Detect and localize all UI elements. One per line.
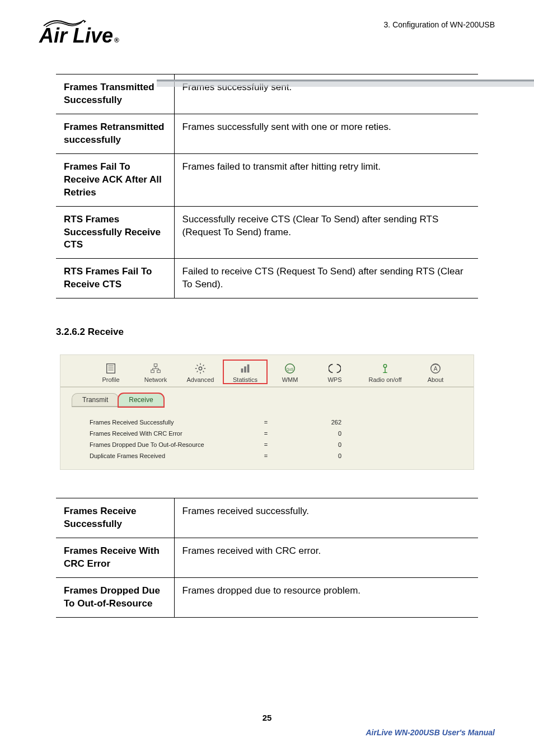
svg-rect-6 (154, 364, 157, 367)
toolbar-label: Advanced (187, 376, 214, 383)
section-heading: 3.2.6.2 Receive (56, 326, 478, 338)
radio-icon (379, 362, 391, 375)
network-icon (149, 362, 162, 375)
svg-text:QoS: QoS (287, 367, 294, 372)
toolbar-label: Network (144, 376, 167, 383)
equals-sign: = (257, 417, 274, 428)
toolbar-radio[interactable]: Radio on/off (357, 360, 413, 384)
transmit-description-table: Frames Transmitted Successfully Frames s… (56, 74, 478, 298)
stats-value: 0 (274, 428, 341, 440)
wps-icon (329, 362, 341, 375)
term-cell: RTS Frames Fail To Receive CTS (56, 259, 174, 298)
page-header: Air Live® 3. Configuration of WN-200USB (39, 17, 495, 46)
toolbar-advanced[interactable]: Advanced (178, 360, 223, 384)
table-row: RTS Frames Fail To Receive CTS Failed to… (56, 259, 478, 298)
app-screenshot: Profile Network Advanced Statistics (60, 354, 474, 470)
tab-transmit[interactable]: Transmit (72, 393, 119, 407)
equals-sign: = (257, 440, 274, 451)
toolbar-label: WMM (282, 376, 298, 383)
desc-cell: Failed to receive CTS (Request To Send) … (174, 259, 478, 298)
svg-text:A: A (434, 366, 438, 372)
toolbar-label: Radio on/off (368, 376, 401, 383)
footer-text: AirLive WN-200USB User's Manual (366, 728, 495, 737)
statistics-icon (239, 362, 251, 375)
term-cell: RTS Frames Successfully Receive CTS (56, 206, 174, 259)
logo-text: Air Live (39, 26, 113, 46)
toolbar-label: About (428, 376, 444, 383)
svg-rect-10 (247, 365, 250, 373)
table-row: RTS Frames Successfully Receive CTS Succ… (56, 206, 478, 259)
receive-description-table: Frames Receive Successfully Frames recei… (56, 498, 478, 618)
chapter-label: 3. Configuration of WN-200USB (384, 20, 495, 29)
logo-reg: ® (114, 37, 119, 44)
stats-row: Frames Received Successfully = 262 (90, 417, 474, 428)
subtabs: Transmit Receive (72, 393, 474, 407)
table-row: Frames Receive Successfully Frames recei… (56, 498, 478, 538)
desc-cell: Frames received successfully. (174, 498, 478, 538)
toolbar-profile[interactable]: Profile (88, 360, 133, 384)
profile-icon (105, 362, 117, 375)
desc-cell: Successfully receive CTS (Clear To Send)… (174, 206, 478, 259)
toolbar-network[interactable]: Network (133, 360, 178, 384)
header-rule-icon (157, 74, 534, 91)
table-row: Frames Receive With CRC Error Frames rec… (56, 538, 478, 578)
svg-rect-8 (241, 368, 243, 372)
stats-row: Frames Received With CRC Error = 0 (90, 428, 474, 440)
stats-label: Frames Received Successfully (90, 417, 257, 428)
stats-value: 262 (274, 417, 341, 428)
toolbar-statistics[interactable]: Statistics (223, 360, 268, 384)
gear-icon (194, 362, 207, 375)
term-cell: Frames Receive With CRC Error (56, 538, 174, 578)
page-number: 25 (0, 713, 534, 722)
toolbar-wmm[interactable]: QoS WMM (268, 360, 312, 384)
stats-label: Duplicate Frames Received (90, 451, 257, 462)
wmm-icon: QoS (284, 362, 296, 375)
stats-label: Frames Received With CRC Error (90, 428, 257, 440)
logo: Air Live® (39, 17, 119, 46)
toolbar: Profile Network Advanced Statistics (60, 360, 474, 388)
toolbar-label: Profile (102, 376, 119, 383)
tab-receive[interactable]: Receive (118, 393, 163, 407)
svg-rect-5 (157, 370, 161, 373)
svg-rect-4 (151, 370, 154, 373)
svg-point-13 (383, 365, 387, 368)
stats-row: Duplicate Frames Received = 0 (90, 451, 474, 462)
stats-value: 0 (274, 440, 341, 451)
equals-sign: = (257, 428, 274, 440)
equals-sign: = (257, 451, 274, 462)
stats-label: Frames Dropped Due To Out-of-Resource (90, 440, 257, 451)
table-row: Frames Dropped Due To Out-of-Resource Fr… (56, 578, 478, 618)
stats-row: Frames Dropped Due To Out-of-Resource = … (90, 440, 474, 451)
table-row: Frames Fail To Receive ACK After All Ret… (56, 153, 478, 206)
stats-value: 0 (274, 451, 341, 462)
term-cell: Frames Receive Successfully (56, 498, 174, 538)
term-cell: Frames Fail To Receive ACK After All Ret… (56, 153, 174, 206)
term-cell: Frames Retransmitted successfully (56, 114, 174, 153)
table-row: Frames Retransmitted successfully Frames… (56, 114, 478, 153)
toolbar-label: WPS (327, 376, 341, 383)
svg-rect-9 (244, 367, 246, 373)
stats-list: Frames Received Successfully = 262 Frame… (90, 417, 474, 461)
desc-cell: Frames failed to transmit after hitting … (174, 153, 478, 206)
about-icon: A (429, 362, 442, 375)
toolbar-about[interactable]: A About (413, 360, 458, 384)
desc-cell: Frames dropped due to resource problem. (174, 578, 478, 618)
svg-rect-0 (107, 364, 115, 374)
desc-cell: Frames received with CRC error. (174, 538, 478, 578)
svg-point-7 (199, 367, 202, 371)
desc-cell: Frames successfully sent with one or mor… (174, 114, 478, 153)
toolbar-label: Statistics (233, 376, 257, 383)
term-cell: Frames Dropped Due To Out-of-Resource (56, 578, 174, 618)
toolbar-wps[interactable]: WPS (312, 360, 357, 384)
